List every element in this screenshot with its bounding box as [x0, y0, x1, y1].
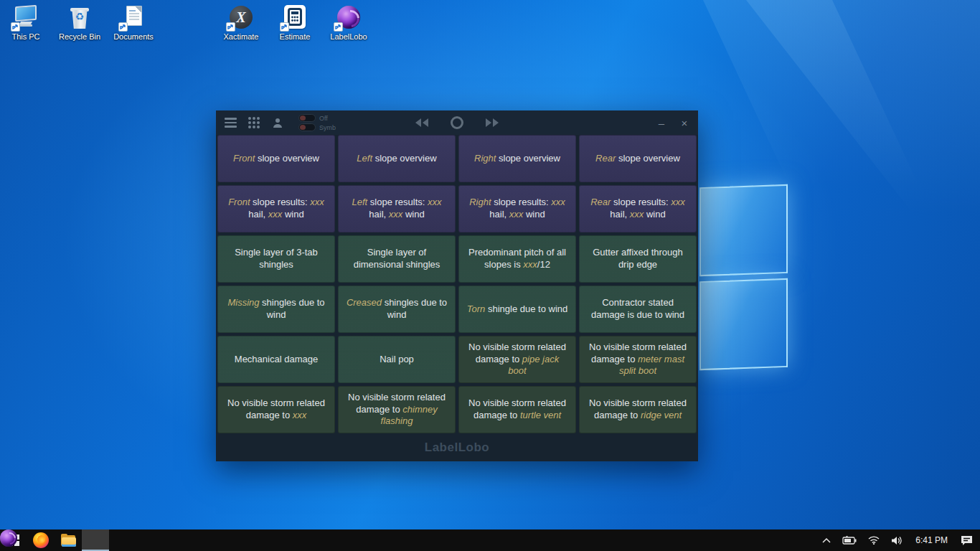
shortcut-arrow-icon [334, 22, 343, 32]
grid-button[interactable]: Rear slope results: xxx hail, xxx wind [579, 185, 697, 232]
footer-brand: LabelLobo [216, 433, 698, 461]
desktop-icon-label: Documents [108, 32, 159, 41]
firefox-icon [33, 532, 49, 548]
desktop-icon-label: This PC [0, 32, 52, 41]
symb-toggle-label: Symb [319, 124, 336, 131]
desktop-icon-xactimate[interactable]: X Xactimate [215, 4, 267, 41]
grid-button[interactable]: Right slope results: xxx hail, xxx wind [458, 185, 576, 232]
symb-toggle[interactable] [298, 123, 316, 131]
taskbar-clock[interactable]: 6:41 PM [910, 529, 953, 551]
grid-button[interactable]: Gutter affixed through drip edge [579, 235, 697, 283]
file-explorer-icon [60, 533, 77, 547]
grid-button[interactable]: Left slope results: xxx hail, xxx wind [338, 185, 456, 232]
grid-button[interactable]: Contractor stated damage is due to wind [579, 286, 697, 333]
window-titlebar: Off Symb – [216, 110, 698, 135]
grid-button[interactable]: No visible storm related damage to ridge… [579, 386, 697, 433]
taskbar-file-explorer[interactable] [55, 529, 82, 551]
taskbar: 6:41 PM [0, 529, 980, 551]
grid-button[interactable]: Creased shingles due to wind [338, 286, 456, 333]
grid-button[interactable]: Single layer of 3-tab shingles [217, 235, 335, 283]
grid-button[interactable]: Mechanical damage [217, 336, 335, 383]
desktop-icon-label: Recycle Bin [54, 32, 105, 41]
xactimate-icon: X [228, 4, 254, 30]
close-button[interactable]: × [678, 118, 691, 128]
desktop-icon-documents[interactable]: Documents [108, 4, 159, 41]
desktop-icon-estimate[interactable]: Estimate [269, 4, 321, 41]
grid-button[interactable]: Front slope results: xxx hail, xxx wind [217, 185, 335, 232]
grid-button[interactable]: Predominant pitch of all slopes is xxx/1… [458, 235, 576, 283]
rewind-icon[interactable] [414, 118, 430, 128]
shortcut-arrow-icon [226, 22, 235, 32]
light-beam [746, 0, 980, 215]
label-button-grid: Front slope overviewLeft slope overviewR… [216, 135, 698, 433]
wallpaper-window-pane [699, 184, 788, 276]
battery-icon[interactable] [838, 529, 861, 551]
estimate-icon [282, 4, 308, 30]
grid-button[interactable]: No visible storm related damage to turtl… [458, 386, 576, 433]
off-toggle[interactable] [298, 114, 316, 122]
apps-grid-icon[interactable] [247, 116, 261, 129]
shortcut-arrow-icon [280, 22, 289, 32]
labellobo-icon [336, 4, 362, 30]
chevron-up-icon[interactable] [818, 529, 835, 551]
grid-button[interactable]: Front slope overview [217, 135, 335, 182]
grid-button[interactable]: Rear slope overview [579, 135, 697, 182]
grid-button[interactable]: Single layer of dimensional shingles [338, 235, 456, 283]
action-center-icon[interactable] [956, 529, 977, 551]
recycle-bin-icon: ♻ [67, 4, 93, 30]
fast-forward-icon[interactable] [484, 118, 500, 128]
volume-icon[interactable] [887, 529, 907, 551]
this-pc-icon [13, 4, 39, 30]
grid-button[interactable]: No visible storm related damage to xxx [217, 386, 335, 433]
wallpaper-window-pane [699, 278, 788, 370]
grid-button[interactable]: No visible storm related damage to pipe … [458, 336, 576, 383]
grid-button[interactable]: No visible storm related damage to meter… [579, 336, 697, 383]
grid-button[interactable]: Nail pop [338, 336, 456, 383]
desktop-icon-recycle-bin[interactable]: ♻ Recycle Bin [54, 4, 105, 41]
grid-button[interactable]: Right slope overview [458, 135, 576, 182]
minimize-button[interactable]: – [655, 118, 668, 128]
desktop-icon-label: LabelLobo [323, 32, 374, 41]
labellobo-window: Off Symb – [216, 110, 698, 461]
desktop: This PC ♻ Recycle Bin Documents X Xactim… [0, 0, 980, 551]
grid-button[interactable]: Torn shingle due to wind [458, 286, 576, 333]
off-toggle-label: Off [319, 115, 328, 122]
desktop-icon-labellobo[interactable]: LabelLobo [323, 4, 374, 41]
grid-button[interactable]: Missing shingles due to wind [217, 286, 335, 333]
desktop-icon-label: Estimate [269, 32, 321, 41]
user-icon[interactable] [270, 116, 285, 129]
light-beam [703, 0, 919, 187]
shortcut-arrow-icon [118, 22, 128, 32]
desktop-icon-this-pc[interactable]: This PC [0, 4, 52, 41]
wifi-icon[interactable] [864, 529, 884, 551]
taskbar-firefox[interactable] [27, 529, 55, 551]
shortcut-arrow-icon [11, 22, 20, 32]
grid-button[interactable]: No visible storm related damage to chimn… [338, 386, 456, 433]
grid-button[interactable]: Left slope overview [338, 135, 456, 182]
documents-icon [121, 4, 146, 30]
menu-icon[interactable] [223, 116, 237, 129]
labellobo-icon [87, 532, 104, 549]
record-icon[interactable] [450, 116, 464, 130]
desktop-icon-label: Xactimate [215, 32, 267, 41]
taskbar-labellobo[interactable] [82, 529, 109, 551]
